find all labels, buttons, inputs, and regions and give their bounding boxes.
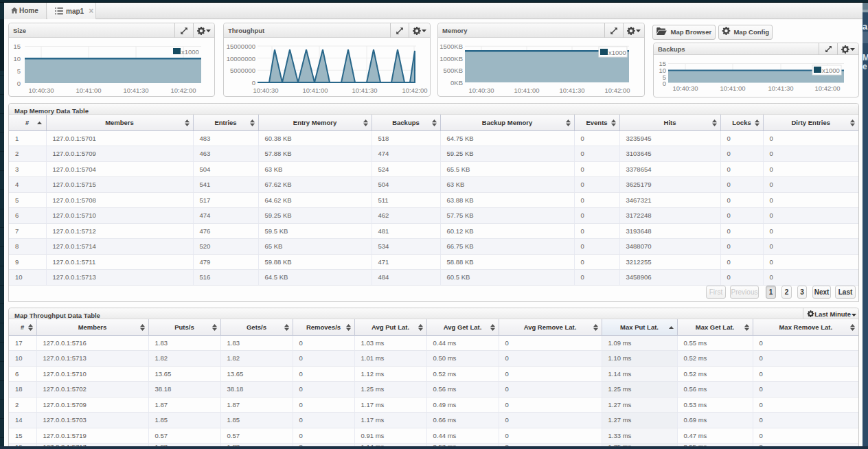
svg-text:x1000: x1000 <box>822 67 840 74</box>
svg-text:10:42:00: 10:42:00 <box>402 87 428 94</box>
svg-text:10:41:00: 10:41:00 <box>76 87 102 94</box>
svg-text:1000KB: 1000KB <box>439 55 463 62</box>
svg-text:10:41:30: 10:41:30 <box>124 87 149 94</box>
svg-text:10:41:30: 10:41:30 <box>560 87 585 94</box>
svg-text:10:40:30: 10:40:30 <box>29 87 54 94</box>
svg-text:10:40:30: 10:40:30 <box>469 87 494 94</box>
svg-text:10:41:00: 10:41:00 <box>720 84 746 92</box>
svg-text:10:41:00: 10:41:00 <box>514 87 540 94</box>
svg-text:15: 15 <box>13 43 21 50</box>
svg-text:5: 5 <box>17 67 21 75</box>
svg-text:x1000: x1000 <box>608 49 626 56</box>
svg-text:10:42:00: 10:42:00 <box>171 87 196 94</box>
svg-text:0: 0 <box>17 80 21 87</box>
svg-text:500KB: 500KB <box>443 67 463 74</box>
svg-text:10:41:30: 10:41:30 <box>768 84 794 92</box>
svg-text:10000000: 10000000 <box>227 55 255 62</box>
svg-text:1500KB: 1500KB <box>439 43 463 50</box>
svg-text:10:40:30: 10:40:30 <box>253 87 279 94</box>
svg-text:10:42:00: 10:42:00 <box>605 87 630 94</box>
svg-text:15000000: 15000000 <box>227 43 255 50</box>
svg-text:10: 10 <box>13 55 21 62</box>
svg-text:0KB: 0KB <box>450 79 463 87</box>
svg-text:10:42:00: 10:42:00 <box>815 84 841 92</box>
svg-text:0: 0 <box>252 79 255 87</box>
svg-text:x1000: x1000 <box>181 48 199 56</box>
svg-text:10:40:30: 10:40:30 <box>673 84 698 92</box>
svg-text:10:41:00: 10:41:00 <box>303 87 328 94</box>
svg-text:0: 0 <box>663 80 666 87</box>
svg-text:10:41:30: 10:41:30 <box>352 87 378 94</box>
svg-text:5000000: 5000000 <box>230 67 255 74</box>
